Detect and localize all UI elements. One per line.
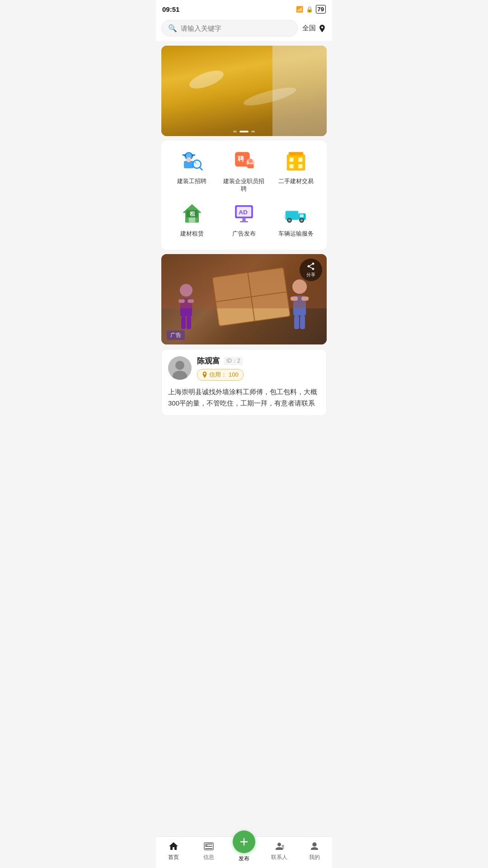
worker-recruit-icon <box>179 148 205 174</box>
banner-dot-1 <box>233 131 237 132</box>
svg-rect-33 <box>242 218 245 222</box>
svg-point-41 <box>300 219 303 221</box>
category-ad[interactable]: AD 广告发布 <box>221 200 267 238</box>
category-truck[interactable]: 车辆运输服务 <box>273 200 319 238</box>
svg-line-7 <box>200 167 202 170</box>
svg-rect-35 <box>286 211 299 220</box>
search-icon: 🔍 <box>168 24 177 33</box>
svg-rect-24 <box>289 152 303 155</box>
svg-rect-34 <box>240 221 248 222</box>
category-worker-recruit-label: 建装工招聘 <box>177 178 206 185</box>
svg-rect-48 <box>181 316 186 329</box>
signal-icon: 📶 <box>296 6 303 13</box>
svg-text:聘: 聘 <box>237 155 244 162</box>
post-user-info: 陈观富 ID：2 信用： 100 <box>197 356 244 381</box>
category-employee-recruit-label: 建装企业职员招聘 <box>221 178 267 193</box>
material-trade-icon <box>283 148 309 174</box>
category-row-2: 租 建材租赁 AD 广告发布 <box>161 200 327 245</box>
share-button[interactable]: 分享 <box>300 259 322 281</box>
truck-icon <box>283 200 309 226</box>
svg-rect-20 <box>290 164 294 168</box>
post-user-name-row: 陈观富 ID：2 <box>197 356 244 366</box>
banner-dot-2 <box>239 131 249 132</box>
svg-rect-21 <box>299 164 303 168</box>
location-label: 全国 <box>302 24 316 33</box>
status-time: 09:51 <box>162 5 179 13</box>
avatar-image <box>168 356 192 380</box>
banner[interactable] <box>161 46 327 136</box>
search-input-box[interactable]: 🔍 <box>161 20 298 37</box>
bottom-spacer <box>156 420 332 457</box>
svg-point-9 <box>194 162 196 164</box>
category-rent[interactable]: 租 建材租赁 <box>169 200 215 238</box>
credit-value: 100 <box>229 371 239 378</box>
svg-rect-49 <box>187 316 191 329</box>
banner-inner <box>161 46 327 136</box>
credit-label: 信用： <box>209 371 227 379</box>
category-ad-label: 广告发布 <box>232 230 256 238</box>
svg-rect-37 <box>300 214 304 217</box>
employee-recruit-icon: 聘 <box>231 148 257 174</box>
svg-rect-18 <box>290 158 294 162</box>
category-truck-label: 车辆运输服务 <box>278 230 314 238</box>
credit-badge: 信用： 100 <box>197 369 244 381</box>
svg-text:租: 租 <box>189 210 195 216</box>
location-selector[interactable]: 全国 <box>302 24 327 33</box>
share-icon <box>306 262 315 271</box>
battery-indicator: 79 <box>316 5 326 14</box>
post-content: 上海崇明县诚找外墙涂料工师傅，包工包料，大概300平的量，不管吃住，工期一拜，有… <box>168 386 320 409</box>
svg-rect-19 <box>299 158 303 162</box>
location-pin-icon <box>318 24 327 33</box>
svg-rect-15 <box>247 164 253 168</box>
status-icons: 📶 🔒 79 <box>296 5 326 14</box>
search-input[interactable] <box>181 24 291 32</box>
credit-pin-icon <box>202 372 207 378</box>
svg-text:AD: AD <box>239 209 248 216</box>
ad-icon: AD <box>231 200 257 226</box>
svg-point-39 <box>288 219 291 221</box>
category-material-trade[interactable]: 二手建材交易 <box>273 148 319 193</box>
post-card[interactable]: 陈观富 ID：2 信用： 100 上海崇明县诚找外墙涂料工师傅，包工包料，大概3… <box>161 349 327 416</box>
ad-banner[interactable]: 广告 分享 <box>161 254 327 344</box>
banner-pagination <box>233 131 255 132</box>
svg-point-14 <box>249 159 253 163</box>
category-worker-recruit[interactable]: 建装工招聘 <box>169 148 215 193</box>
category-grid: 建装工招聘 聘 建装企业职员招聘 <box>161 141 327 250</box>
ad-label: 广告 <box>167 330 185 340</box>
banner-dot-3 <box>251 131 255 132</box>
post-user-id: ID：2 <box>224 357 243 365</box>
category-material-trade-label: 二手建材交易 <box>278 178 314 185</box>
search-bar: 🔍 全国 <box>156 16 332 41</box>
rent-icon: 租 <box>179 200 205 226</box>
svg-point-5 <box>186 157 191 162</box>
post-header: 陈观富 ID：2 信用： 100 <box>168 356 320 381</box>
svg-point-61 <box>175 361 184 370</box>
category-row-1: 建装工招聘 聘 建装企业职员招聘 <box>161 148 327 200</box>
lock-icon: 🔒 <box>306 6 313 13</box>
category-employee-recruit[interactable]: 聘 建装企业职员招聘 <box>221 148 267 193</box>
category-rent-label: 建材租赁 <box>180 230 204 238</box>
status-bar: 09:51 📶 🔒 79 <box>156 0 332 16</box>
svg-rect-54 <box>294 316 299 329</box>
share-label: 分享 <box>306 272 315 278</box>
post-user-name: 陈观富 <box>197 356 220 366</box>
svg-rect-55 <box>300 316 305 329</box>
avatar <box>168 356 192 380</box>
